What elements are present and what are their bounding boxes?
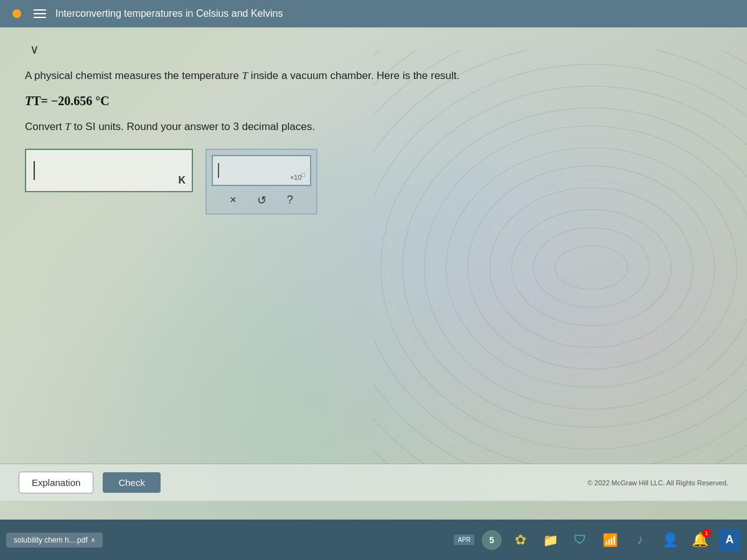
apr-indicator: APR — [454, 534, 474, 545]
page-title: Interconverting temperatures in Celsius … — [55, 8, 283, 19]
convert-text: Convert T to SI units. Round your answer… — [25, 121, 722, 133]
taskbar: solubility chem h....pdf ∧ APR 5 ✿ 📁 🛡 📶… — [0, 520, 747, 560]
copyright-text: © 2022 McGraw Hill LLC. All Rights Reser… — [588, 479, 728, 487]
undo-button[interactable]: ↺ — [255, 192, 269, 208]
music-icon: ♪ — [629, 529, 651, 551]
explanation-button[interactable]: Explanation — [19, 472, 93, 493]
pdf-tab[interactable]: solubility chem h....pdf ∧ — [6, 533, 103, 548]
help-button[interactable]: ? — [284, 192, 296, 208]
shield-icon: 🛡 — [569, 529, 591, 551]
sci-input-box[interactable]: ×10□ — [212, 155, 311, 186]
main-content: A physical chemist measures the temperat… — [0, 27, 747, 246]
chevron-up-icon: ∧ — [91, 536, 95, 543]
temperature-display: TT= −20.656 °C — [25, 94, 722, 108]
input-cursor — [34, 161, 35, 180]
pinwheel-icon: ✿ — [509, 529, 532, 551]
status-dot — [12, 9, 21, 18]
task-number-badge: 5 — [482, 530, 502, 550]
unit-label: K — [178, 175, 186, 186]
taskbar-icons: APR 5 ✿ 📁 🛡 📶 ♪ 👤 🔔 1 A — [454, 529, 741, 551]
chevron-down-icon[interactable] — [25, 40, 44, 58]
check-button[interactable]: Check — [103, 472, 161, 493]
folder-icon[interactable]: 📁 — [539, 529, 561, 551]
sci-cursor — [218, 163, 219, 178]
chart-icon: 📶 — [599, 529, 621, 551]
sci-notation-wrapper: ×10□ × ↺ ? — [205, 149, 317, 215]
app-icon[interactable]: A — [718, 529, 741, 551]
apr-label: APR — [458, 536, 471, 543]
pdf-tab-label: solubility chem h....pdf — [14, 536, 88, 544]
answer-row: K ×10□ × ↺ ? — [25, 149, 722, 215]
question-text: A physical chemist measures the temperat… — [25, 68, 722, 84]
clear-button[interactable]: × — [227, 192, 239, 208]
svg-point-0 — [555, 246, 628, 289]
answer-input-box[interactable]: K — [25, 149, 193, 192]
toolbar-row: × ↺ ? — [212, 192, 311, 208]
profile-icon[interactable]: 👤 — [659, 529, 681, 551]
bottom-action-bar: Explanation Check © 2022 McGraw Hill LLC… — [0, 464, 747, 501]
notification-badge: 1 — [702, 529, 711, 538]
menu-icon[interactable] — [34, 9, 46, 18]
x10-label: ×10□ — [290, 172, 305, 181]
notification-icon[interactable]: 🔔 1 — [688, 529, 711, 551]
header-bar: Interconverting temperatures in Celsius … — [0, 0, 747, 27]
